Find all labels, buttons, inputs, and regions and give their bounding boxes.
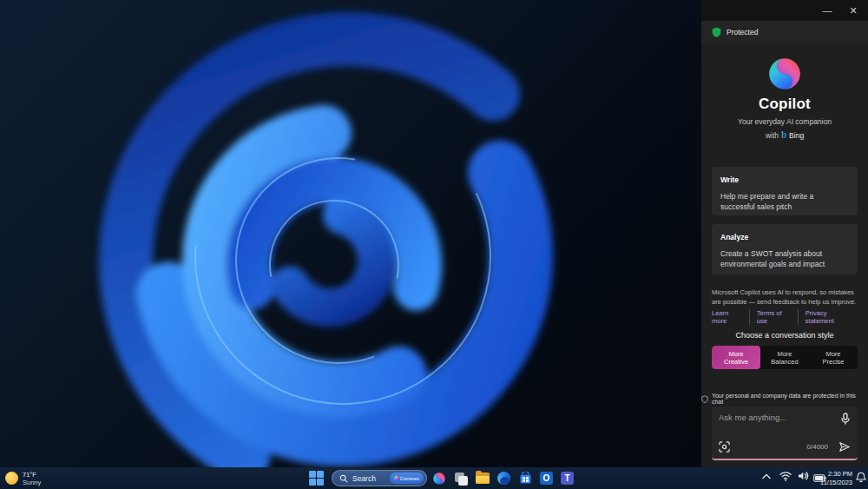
style-option-line: More (825, 350, 840, 358)
style-option-line: Balanced (771, 358, 798, 366)
style-option-more-creative[interactable]: More Creative (712, 346, 760, 369)
windows-bloom-wallpaper (0, 0, 701, 467)
taskbar-copilot-icon[interactable] (431, 470, 447, 486)
sun-icon (5, 472, 18, 485)
close-button[interactable]: ✕ (840, 0, 866, 21)
suggestion-card-analyze[interactable]: Analyze Create a SWOT analysis about env… (712, 224, 858, 274)
privacy-statement-link[interactable]: Privacy statement (798, 309, 859, 325)
search-badge-label: Contoso (400, 476, 419, 481)
start-button[interactable] (309, 471, 325, 486)
start-logo-icon (317, 479, 324, 486)
conversation-style-selector: More Creative More Balanced More Precise (712, 346, 858, 369)
shield-icon (712, 27, 721, 37)
start-logo-icon (309, 479, 316, 486)
style-option-more-precise[interactable]: More Precise (809, 346, 858, 369)
taskbar-teams-icon[interactable]: T (559, 470, 575, 486)
suggestion-card-write[interactable]: Write Help me prepare and write a succes… (712, 167, 858, 215)
send-icon[interactable] (838, 441, 851, 453)
search-box[interactable]: Search Contoso (332, 470, 427, 486)
taskbar-file-explorer-icon[interactable] (474, 470, 490, 486)
ask-input[interactable] (719, 413, 832, 422)
protected-status-bar: Protected (701, 21, 868, 43)
notification-bell-icon[interactable] (856, 472, 866, 483)
copilot-logo-icon (766, 56, 803, 92)
chat-input-box[interactable]: 0/4000 (712, 406, 858, 460)
start-logo-icon (309, 471, 316, 478)
card-body: Create a SWOT analysis about environment… (720, 248, 849, 269)
style-option-line: Precise (822, 358, 844, 366)
terms-of-use-link[interactable]: Terms of use (749, 309, 798, 325)
copilot-sidebar: — ✕ Protected Copilot Your everyday (701, 0, 868, 467)
search-icon (339, 474, 348, 483)
screenshot-icon[interactable] (719, 441, 730, 453)
panel-subtitle: Your everyday AI companion (701, 117, 868, 126)
taskbar-edge-icon[interactable] (496, 470, 512, 486)
weather-condition: Sunny (23, 479, 41, 486)
style-option-line: Creative (724, 358, 748, 366)
taskbar-microsoft-store-icon[interactable] (517, 470, 534, 486)
tray-chevron-up-icon[interactable] (762, 473, 771, 479)
data-protection-text: Your personal and company data are prote… (712, 393, 868, 405)
shield-outline-icon (701, 395, 708, 403)
taskbar: 71°F Sunny Search Contoso (0, 467, 868, 489)
card-title: Write (720, 175, 849, 184)
footer-links: Learn more Terms of use Privacy statemen… (712, 309, 859, 325)
style-option-line: More (777, 350, 792, 358)
conversation-style-label: Choose a conversation style (701, 331, 868, 340)
start-logo-icon (317, 471, 324, 478)
taskbar-outlook-icon[interactable]: O (538, 470, 555, 486)
input-toolbar: 0/4000 (719, 440, 851, 453)
microphone-icon[interactable] (840, 413, 851, 425)
card-body: Help me prepare and write a successful s… (720, 191, 849, 212)
minimize-button[interactable]: — (814, 0, 840, 21)
bing-logo-icon: b (781, 130, 786, 140)
weather-temperature: 71°F (23, 471, 41, 479)
protected-label: Protected (727, 28, 758, 36)
panel-titlebar: — ✕ (701, 0, 868, 21)
wifi-icon[interactable] (779, 471, 792, 481)
with-label: with (766, 131, 779, 140)
taskbar-task-view-icon[interactable] (452, 470, 469, 486)
speaker-icon[interactable] (798, 471, 809, 481)
character-counter: 0/4000 (807, 443, 828, 451)
style-option-line: More (728, 350, 743, 358)
clock[interactable]: 2:30 PM 11/15/2023 (820, 470, 852, 486)
search-placeholder: Search (352, 474, 385, 483)
ai-disclaimer-text: Microsoft Copilot uses AI to respond, so… (712, 287, 859, 307)
tray-date: 11/15/2023 (820, 479, 852, 487)
search-highlight-badge[interactable]: Contoso (390, 472, 424, 484)
weather-widget[interactable]: 71°F Sunny (5, 469, 41, 487)
panel-title: Copilot (701, 96, 868, 113)
card-title: Analyze (720, 233, 849, 241)
data-protection-note: Your personal and company data are prote… (701, 393, 868, 405)
copilot-header: Copilot Your everyday AI companion with … (701, 49, 868, 140)
style-option-more-balanced[interactable]: More Balanced (760, 346, 809, 369)
search-highlight-icon (394, 476, 398, 480)
with-bing-row: with b Bing (701, 130, 868, 140)
learn-more-link[interactable]: Learn more (712, 309, 749, 325)
tray-time: 2:30 PM (820, 470, 852, 479)
bing-label: Bing (789, 131, 804, 140)
